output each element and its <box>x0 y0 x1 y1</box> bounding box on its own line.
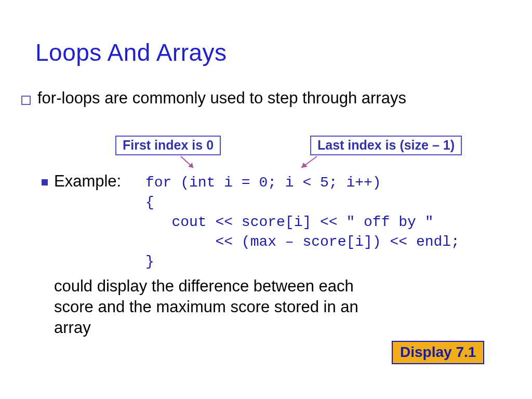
slide-title: Loops And Arrays <box>35 38 227 66</box>
code-snippet: for (int i = 0; i < 5; i++) { cout << sc… <box>145 173 460 272</box>
desc-line-2: score and the maximum score stored in an <box>54 297 358 317</box>
code-line-3: cout << score[i] << " off by " <box>145 214 434 230</box>
display-button[interactable]: Display 7.1 <box>392 341 484 364</box>
code-line-2: { <box>145 194 154 210</box>
callout-last-index: Last index is (size – 1) <box>310 136 462 155</box>
bullet-text-forloops: for-loops are commonly used to step thro… <box>37 88 489 109</box>
desc-line-3: array <box>54 317 91 338</box>
code-line-1: for (int i = 0; i < 5; i++) <box>145 175 381 191</box>
example-label: Example: <box>54 171 121 192</box>
code-line-4: << (max – score[i]) << endl; <box>145 234 460 250</box>
bullet-filled-icon <box>42 179 48 185</box>
code-line-5: } <box>145 254 154 270</box>
callout-first-index: First index is 0 <box>115 136 221 155</box>
bullet-square-icon <box>21 96 31 105</box>
desc-line-1: could display the difference between eac… <box>54 276 354 297</box>
